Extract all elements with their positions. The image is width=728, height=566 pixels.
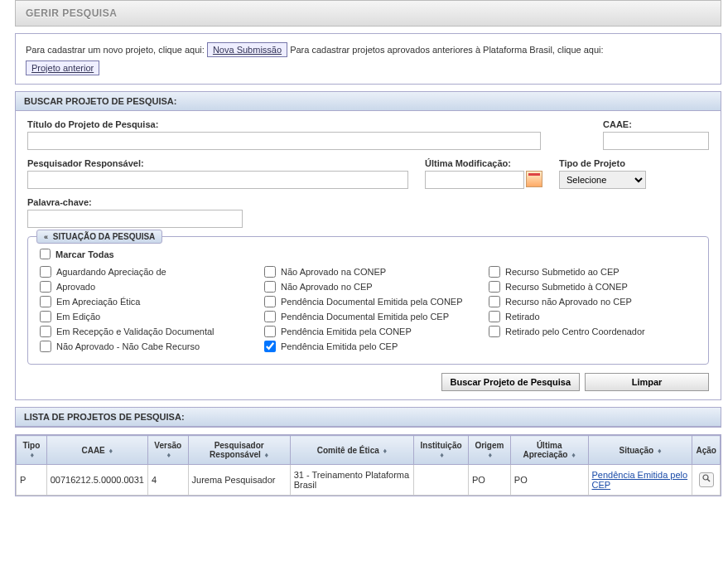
table-header[interactable]: Última Apreciação ♦ xyxy=(510,436,588,465)
palavra-chave-label: Palavra-chave: xyxy=(27,197,243,207)
situacao-checkbox-item: Não Aprovado na CONEP xyxy=(264,266,472,278)
situacao-checkbox-label: Pendência Documental Emitida pela CONEP xyxy=(281,297,463,307)
situacao-checkbox[interactable] xyxy=(264,326,276,337)
situacao-checkbox-item: Recurso não Aprovado no CEP xyxy=(489,296,697,307)
situacao-checkbox-item: Aprovado xyxy=(40,281,248,293)
titulo-label: Título do Projeto de Pesquisa: xyxy=(27,119,586,129)
sort-icon: ♦ xyxy=(383,447,388,455)
pesquisador-input[interactable] xyxy=(27,171,408,189)
situacao-checkbox[interactable] xyxy=(264,341,276,352)
situacao-checkbox[interactable] xyxy=(489,281,500,293)
caae-input[interactable] xyxy=(603,132,709,150)
buscar-button[interactable]: Buscar Projeto de Pesquisa xyxy=(441,373,581,391)
table-header[interactable]: Versão ♦ xyxy=(147,436,188,465)
situacao-checkbox[interactable] xyxy=(40,281,51,293)
situacao-checkbox[interactable] xyxy=(264,281,276,293)
table-header[interactable]: Instituição ♦ xyxy=(414,436,469,465)
list-panel: LISTA DE PROJETOS DE PESQUISA: xyxy=(15,407,721,428)
situacao-checkbox-item: Retirado xyxy=(489,311,697,322)
situacao-checkbox[interactable] xyxy=(40,326,51,337)
situacao-checkbox-item: Em Apreciação Ética xyxy=(40,296,248,307)
caae-label: CAAE: xyxy=(603,119,709,129)
situacao-checkbox-label: Pendência Emitida pelo CEP xyxy=(281,341,398,351)
table-header[interactable]: Comitê de Ética ♦ xyxy=(290,436,413,465)
situacao-checkbox-item: Pendência Documental Emitida pelo CEP xyxy=(264,311,472,322)
table-header[interactable]: Situação ♦ xyxy=(588,436,692,465)
cell-instituicao xyxy=(414,465,469,496)
situacao-checkbox[interactable] xyxy=(40,341,51,352)
svg-point-0 xyxy=(703,475,708,480)
table-header[interactable]: Origem ♦ xyxy=(468,436,510,465)
table-header[interactable]: Pesquisador Responsável ♦ xyxy=(188,436,290,465)
situacao-checkbox[interactable] xyxy=(40,266,51,278)
situacao-checkbox-item: Aguardando Apreciação de xyxy=(40,266,248,278)
sort-icon: ♦ xyxy=(265,451,269,459)
situacao-checkbox-item: Não Aprovado no CEP xyxy=(264,281,472,293)
situacao-checkbox-item xyxy=(489,341,697,352)
nova-submissao-button[interactable]: Nova Submissão xyxy=(207,42,287,57)
detalhar-icon[interactable] xyxy=(699,472,714,487)
calendar-icon[interactable] xyxy=(526,171,542,187)
cell-tipo: P xyxy=(17,465,47,496)
limpar-button[interactable]: Limpar xyxy=(585,373,709,391)
situacao-checkbox[interactable] xyxy=(40,311,51,322)
situacao-checkbox-label: Recurso Submetido ao CEP xyxy=(505,267,620,277)
situacao-checkbox-item: Recurso Submetido ao CEP xyxy=(489,266,697,278)
situacao-checkbox[interactable] xyxy=(489,326,500,337)
svg-line-1 xyxy=(707,479,710,481)
situacao-checkbox-label: Recurso Submetido à CONEP xyxy=(505,282,628,292)
cell-ultima: PO xyxy=(510,465,588,496)
marcar-todas-checkbox[interactable] xyxy=(40,249,51,259)
palavra-chave-input[interactable] xyxy=(27,210,243,228)
sort-icon: ♦ xyxy=(31,451,35,459)
situacao-checkbox[interactable] xyxy=(264,296,276,307)
sort-icon: ♦ xyxy=(571,451,576,459)
situacao-checkbox-item: Em Edição xyxy=(40,311,248,322)
sort-icon: ♦ xyxy=(440,451,444,459)
situacao-checkbox-item: Pendência Emitida pelo CEP xyxy=(264,341,472,352)
ultima-mod-label: Última Modificação: xyxy=(425,158,542,168)
situacao-fieldset: « SITUAÇÃO DA PESQUISA Marcar Todas Agua… xyxy=(27,236,709,365)
situacao-checkbox-label: Retirado pelo Centro Coordenador xyxy=(505,327,645,336)
situacao-checkbox-item: Recurso Submetido à CONEP xyxy=(489,281,697,293)
cell-pesquisador: Jurema Pesquisador xyxy=(188,465,290,496)
situacao-checkbox[interactable] xyxy=(40,296,51,307)
table-header[interactable]: Tipo ♦ xyxy=(17,436,47,465)
situacao-checkbox-label: Pendência Emitida pela CONEP xyxy=(281,327,412,336)
ultima-mod-input[interactable] xyxy=(425,171,524,189)
table-header[interactable]: CAAE ♦ xyxy=(46,436,147,465)
situacao-title[interactable]: « SITUAÇÃO DA PESQUISA xyxy=(36,230,162,244)
situacao-link[interactable]: Pendência Emitida pelo CEP xyxy=(592,470,688,490)
tipo-projeto-select[interactable]: Selecione xyxy=(559,171,646,189)
search-panel: BUSCAR PROJETO DE PESQUISA: Título do Pr… xyxy=(15,91,721,400)
situacao-checkbox[interactable] xyxy=(264,266,276,278)
info-text-2: Para cadastrar projetos aprovados anteri… xyxy=(290,45,603,55)
info-panel: Para cadastrar um novo projeto, clique a… xyxy=(15,33,721,85)
tipo-projeto-label: Tipo de Projeto xyxy=(559,158,646,168)
projeto-anterior-button[interactable]: Projeto anterior xyxy=(26,60,99,75)
cell-origem: PO xyxy=(468,465,510,496)
titulo-input[interactable] xyxy=(27,132,541,150)
list-panel-header: LISTA DE PROJETOS DE PESQUISA: xyxy=(16,408,721,427)
situacao-checkbox-label: Aguardando Apreciação de xyxy=(56,267,166,277)
situacao-checkbox-item: Não Aprovado - Não Cabe Recurso xyxy=(40,341,248,352)
situacao-checkbox[interactable] xyxy=(489,311,500,322)
table-row: P 00716212.5.0000.0031 4 Jurema Pesquisa… xyxy=(17,465,721,496)
sort-icon: ♦ xyxy=(109,447,113,455)
situacao-checkbox[interactable] xyxy=(264,311,276,322)
situacao-checkbox-label: Retirado xyxy=(505,312,540,322)
situacao-checkbox[interactable] xyxy=(489,296,500,307)
cell-acao xyxy=(692,465,721,496)
situacao-checkbox-item: Pendência Emitida pela CONEP xyxy=(264,326,472,337)
situacao-checkbox-label: Em Apreciação Ética xyxy=(56,297,141,307)
situacao-checkbox-label: Recurso não Aprovado no CEP xyxy=(505,297,632,307)
cell-comite: 31 - Treinamento Plataforma Brasil xyxy=(290,465,413,496)
chevron-left-icon: « xyxy=(44,233,48,241)
magnifier-icon xyxy=(702,474,711,482)
situacao-checkbox-label: Pendência Documental Emitida pelo CEP xyxy=(281,312,449,322)
marcar-todas-label: Marcar Todas xyxy=(55,249,114,259)
situacao-checkbox[interactable] xyxy=(489,266,500,278)
sort-icon: ♦ xyxy=(658,447,662,455)
page-title: GERIR PESQUISA xyxy=(26,7,711,19)
situacao-checkbox-label: Não Aprovado no CEP xyxy=(281,282,373,292)
